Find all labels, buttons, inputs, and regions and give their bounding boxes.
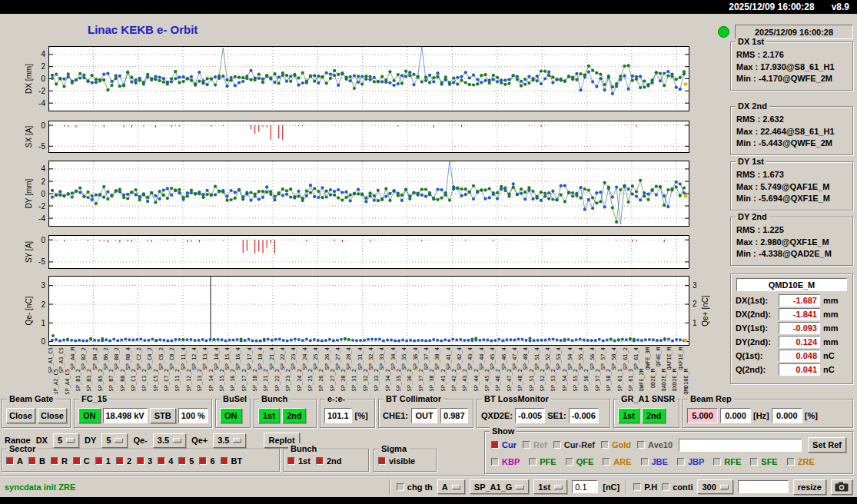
checkbox-box-icon (529, 458, 536, 466)
x-tick-label: SP_27_2 (331, 369, 336, 392)
show-checkbox-sfe[interactable]: SFE (750, 457, 777, 466)
monitor-row-unit: mm (823, 310, 839, 319)
che1-value-display: 0.987 (440, 408, 468, 423)
x-tick-label: SP_15_4 (225, 347, 231, 370)
checkbox-box-icon (178, 457, 186, 465)
sector-checkbox-3[interactable]: 3 (137, 456, 152, 466)
bunch-2nd-button[interactable]: 2nd (282, 408, 307, 423)
x-tick-label: SP_17_2 (242, 369, 247, 392)
sigma-label: Sigma (379, 443, 409, 454)
monitor-row: DY(1st): -0.093 mm (731, 321, 852, 335)
monitor-row-label: Q(1st): (736, 351, 776, 360)
x-tick-label: SP_26_4 (325, 347, 331, 370)
show-checkbox-pfe[interactable]: PFE (529, 457, 556, 466)
threshold-input[interactable] (572, 480, 598, 493)
chg-th-checkbox[interactable]: chg th (397, 482, 433, 492)
show-checkbox-are[interactable]: ARE (603, 457, 631, 466)
show-checkbox-gold[interactable]: Gold (601, 440, 631, 449)
bunch-checkbox-2nd[interactable]: 2nd (316, 456, 342, 466)
show-checkbox-qfe[interactable]: QFE (566, 457, 594, 466)
show-checkbox-rfe[interactable]: RFE (713, 457, 741, 466)
gr-a1-1st-button[interactable]: 1st (618, 408, 639, 423)
sector-checkbox-r[interactable]: R (51, 456, 68, 466)
fc15-stb-button[interactable]: STB (150, 408, 176, 423)
checkbox-box-icon (637, 441, 645, 449)
bunch-1st-button[interactable]: 1st (258, 408, 280, 423)
checkbox-box-icon (137, 457, 144, 465)
bunch-checkbox-1st[interactable]: 1st (287, 456, 311, 466)
bunch-group: Bunch 1st 2nd (254, 399, 317, 428)
checkbox-box-icon (51, 457, 58, 465)
sector-checkbox-b[interactable]: B (28, 456, 45, 466)
set-ref-button[interactable]: Set Ref (808, 437, 846, 453)
beam-rep-pct-unit: [%] (805, 411, 818, 420)
checkbox-box-icon (491, 441, 499, 449)
sector-checkbox-bt[interactable]: BT (221, 456, 243, 466)
checkbox-box-icon (566, 458, 573, 466)
dx-orbit-plot: 420-2-4DX [mm] (23, 46, 715, 111)
ph-checkbox[interactable]: P.H (633, 482, 657, 492)
stat-line-max: Max : 17.930@S8_61_H1 (736, 61, 852, 74)
x-tick-label: SP_13_2 (198, 369, 203, 392)
extra-input[interactable] (738, 480, 789, 493)
reference-input[interactable] (679, 439, 802, 452)
mode-a-dropdown[interactable]: A (437, 479, 465, 494)
monitor-row-unit: mm (823, 296, 839, 305)
bunch-select-dropdown[interactable]: 1st (533, 479, 567, 494)
checkbox-box-icon (316, 457, 324, 465)
snapshot-button[interactable] (831, 479, 852, 495)
checkbox-label: PFE (540, 457, 556, 466)
checkbox-label: conti (673, 482, 693, 492)
beam-gate-close-button-2[interactable]: Close (38, 408, 67, 423)
sector-checkbox-c[interactable]: C (73, 456, 90, 466)
show-checkbox-jbp[interactable]: JBP (677, 457, 704, 466)
checkbox-label: ARE (613, 457, 631, 466)
x-tick-label: SP_24_4 (303, 347, 308, 370)
range-dy-dropdown[interactable]: 5 (101, 433, 128, 448)
sigma-checkbox-visible[interactable]: visible (378, 456, 415, 466)
monitor-row: Q(2nd): 0.041 nC (731, 363, 852, 376)
range-dx-dropdown[interactable]: 5 (53, 433, 79, 448)
svg-text:SY [A]: SY [A] (25, 241, 33, 263)
range-dy-value: 5 (106, 436, 111, 445)
sector-checkbox-1[interactable]: 1 (95, 456, 111, 466)
x-tick-label: SP_28_4 (347, 347, 352, 370)
monitor-row-value: 0.041 (779, 363, 820, 376)
gr-a1-2nd-button[interactable]: 2nd (642, 408, 666, 423)
busel-on-button[interactable]: ON (220, 408, 242, 423)
range-qem-dropdown[interactable]: 3.5 (153, 433, 186, 448)
checkbox-label: 6 (210, 456, 214, 466)
sector-checkbox-2[interactable]: 2 (116, 456, 131, 466)
stat-line-min: Min : -4.170@QWFE_2M (736, 73, 852, 85)
show-checkbox-cur-ref[interactable]: Cur-Ref (553, 440, 595, 449)
show-checkbox-ref[interactable]: Ref (523, 440, 547, 449)
interval-dropdown[interactable]: 300 (697, 479, 732, 494)
x-tick-label: SP_22_2 (275, 369, 281, 392)
x-tick-label: SP_C4_2 (148, 347, 153, 370)
sector-checkbox-5[interactable]: 5 (178, 456, 194, 466)
show-checkbox-zre[interactable]: ZRE (787, 457, 815, 466)
sector-checkbox-4[interactable]: 4 (158, 456, 173, 466)
x-tick-label: SP_41_4 (447, 347, 452, 370)
checkbox-label: KBP (502, 457, 520, 466)
range-qep-dropdown[interactable]: 3.5 (213, 433, 246, 448)
svg-text:0: 0 (41, 190, 45, 198)
svg-text:DX [mm]: DX [mm] (25, 64, 33, 94)
show-checkbox-cur[interactable]: Cur (491, 440, 517, 449)
monitor-row: DY(2nd): 0.124 mm (731, 335, 852, 349)
monitor-select-dropdown[interactable]: SP_A1_G (470, 479, 530, 494)
conti-checkbox[interactable]: conti (662, 482, 693, 492)
range-dy-label: DY (85, 436, 96, 445)
checkbox-box-icon (158, 457, 165, 465)
show-checkbox-kbp[interactable]: KBP (491, 457, 520, 466)
sector-checkbox-6[interactable]: 6 (199, 456, 214, 466)
checkbox-box-icon (397, 483, 404, 491)
fc15-on-button[interactable]: ON (78, 408, 101, 423)
show-checkbox-ave10[interactable]: Ave10 (637, 440, 673, 449)
resize-button[interactable]: resize (793, 479, 826, 495)
charge-plot: 3210321Qe- [nC]Qe+ [nC] (23, 276, 715, 346)
beam-gate-close-button-1[interactable]: Close (6, 408, 35, 423)
sector-checkbox-a[interactable]: A (6, 456, 23, 466)
show-checkbox-jbe[interactable]: JBE (641, 457, 668, 466)
checkbox-box-icon (95, 457, 103, 465)
